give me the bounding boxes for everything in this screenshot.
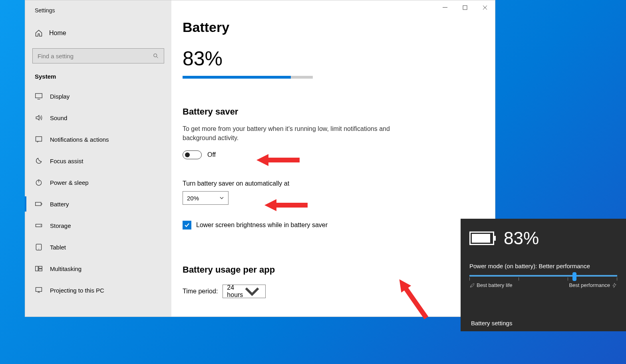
leaf-icon — [469, 283, 475, 288]
close-button[interactable] — [475, 0, 495, 15]
bolt-icon — [612, 283, 617, 288]
slider-right-label: Best performance — [569, 282, 617, 288]
svg-rect-4 — [36, 136, 42, 141]
sidebar-item-tablet[interactable]: Tablet — [25, 236, 171, 258]
brightness-checkbox[interactable] — [183, 221, 191, 229]
storage-icon — [35, 222, 43, 229]
home-nav[interactable]: Home — [25, 24, 171, 42]
main-content: Battery 83% Battery saver To get more fr… — [171, 0, 495, 317]
battery-saver-desc: To get more from your battery when it's … — [183, 124, 390, 142]
page-title: Battery — [183, 20, 495, 35]
sidebar-item-power[interactable]: Power & sleep — [25, 172, 171, 193]
power-mode-slider[interactable] — [469, 275, 617, 277]
multitasking-icon — [35, 265, 43, 273]
battery-progress-fill — [183, 76, 291, 79]
battery-saver-toggle[interactable] — [183, 150, 202, 159]
svg-rect-15 — [36, 287, 42, 291]
chevron-down-icon — [243, 282, 261, 301]
svg-point-11 — [38, 249, 39, 249]
svg-point-2 — [154, 54, 157, 57]
svg-rect-3 — [36, 93, 42, 98]
battery-settings-link[interactable]: Battery settings — [471, 320, 512, 326]
sound-icon — [35, 114, 43, 122]
nav-label: Storage — [50, 222, 71, 229]
auto-on-select[interactable]: 20% — [183, 191, 229, 205]
battery-saver-heading: Battery saver — [183, 107, 495, 117]
svg-point-9 — [40, 225, 41, 226]
auto-on-label: Turn battery saver on automatically at — [183, 180, 495, 187]
sidebar-item-display[interactable]: Display — [25, 85, 171, 107]
period-value: 24 hours — [227, 284, 243, 299]
slider-left-label: Best battery life — [469, 282, 513, 288]
home-icon — [35, 29, 43, 37]
search-input[interactable] — [38, 53, 153, 59]
brightness-check-label: Lower screen brightness while in battery… — [196, 222, 328, 229]
monitor-icon — [35, 92, 43, 100]
moon-icon — [35, 157, 43, 165]
select-value: 20% — [187, 195, 199, 202]
svg-rect-6 — [36, 202, 41, 206]
svg-rect-13 — [39, 266, 42, 268]
flyout-percent: 83% — [504, 228, 539, 248]
minimize-button[interactable] — [435, 0, 455, 15]
sidebar-item-sound[interactable]: Sound — [25, 107, 171, 129]
nav-label: Battery — [50, 201, 69, 208]
home-label: Home — [49, 30, 66, 37]
nav-label: Focus assist — [50, 158, 83, 164]
nav-label: Multitasking — [50, 265, 81, 272]
battery-icon — [35, 200, 43, 208]
battery-percentage: 83% — [183, 47, 495, 70]
nav-label: Projecting to this PC — [50, 287, 104, 294]
slider-ticks — [469, 277, 617, 281]
toggle-state-label: Off — [207, 151, 216, 158]
maximize-button[interactable] — [455, 0, 475, 15]
notification-icon — [35, 135, 43, 143]
period-select[interactable]: 24 hours — [223, 285, 266, 298]
slider-handle[interactable] — [572, 272, 576, 281]
search-box[interactable] — [32, 48, 164, 63]
flyout-battery-icon — [469, 231, 494, 245]
nav-label: Notifications & actions — [50, 136, 109, 143]
section-label: System — [25, 63, 171, 85]
nav-label: Tablet — [50, 244, 66, 251]
svg-rect-1 — [463, 6, 467, 10]
chevron-down-icon — [219, 196, 224, 200]
period-label: Time period: — [183, 288, 218, 295]
svg-rect-14 — [39, 269, 42, 271]
sidebar-item-storage[interactable]: Storage — [25, 215, 171, 236]
nav-label: Sound — [50, 115, 67, 121]
titlebar-controls — [435, 0, 495, 15]
sidebar-item-multitasking[interactable]: Multitasking — [25, 258, 171, 279]
nav-label: Display — [50, 93, 70, 100]
svg-rect-0 — [443, 7, 447, 8]
power-icon — [35, 178, 43, 186]
projecting-icon — [35, 286, 43, 294]
nav-list: Display Sound Notifications & actions Fo… — [25, 85, 171, 301]
app-title: Settings — [25, 0, 171, 17]
toggle-knob — [185, 152, 190, 157]
search-icon — [153, 53, 159, 59]
battery-progress — [183, 76, 313, 79]
sidebar-item-focus[interactable]: Focus assist — [25, 150, 171, 172]
svg-rect-7 — [42, 203, 42, 204]
sidebar-item-battery[interactable]: Battery — [25, 193, 171, 215]
power-mode-label: Power mode (on battery): Better performa… — [469, 263, 617, 269]
tablet-icon — [35, 243, 43, 251]
nav-label: Power & sleep — [50, 179, 89, 186]
svg-rect-12 — [36, 266, 38, 271]
settings-window: Settings Home System Display Sound — [25, 0, 495, 317]
sidebar-item-projecting[interactable]: Projecting to this PC — [25, 279, 171, 301]
sidebar-item-notifications[interactable]: Notifications & actions — [25, 129, 171, 150]
usage-heading: Battery usage per app — [183, 265, 495, 275]
sidebar: Settings Home System Display Sound — [25, 0, 171, 317]
battery-flyout: 83% Power mode (on battery): Better perf… — [461, 219, 626, 331]
